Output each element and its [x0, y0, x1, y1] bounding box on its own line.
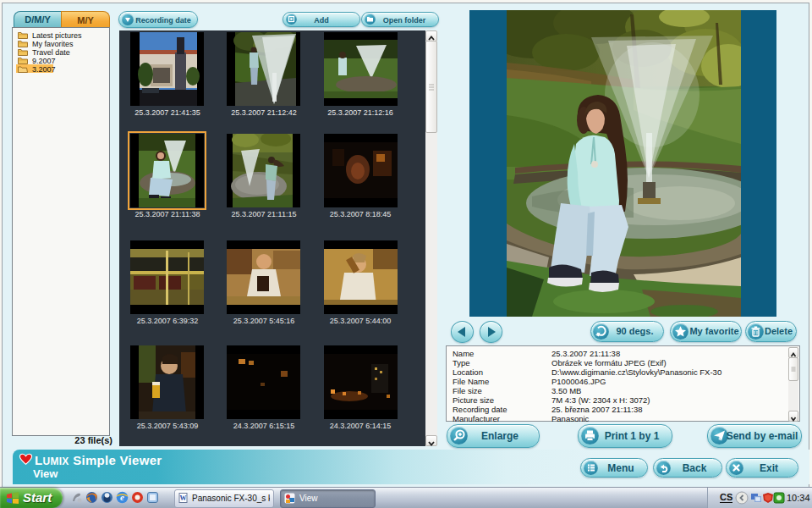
- svg-text:e: e: [120, 492, 124, 502]
- svg-text:W: W: [180, 494, 187, 502]
